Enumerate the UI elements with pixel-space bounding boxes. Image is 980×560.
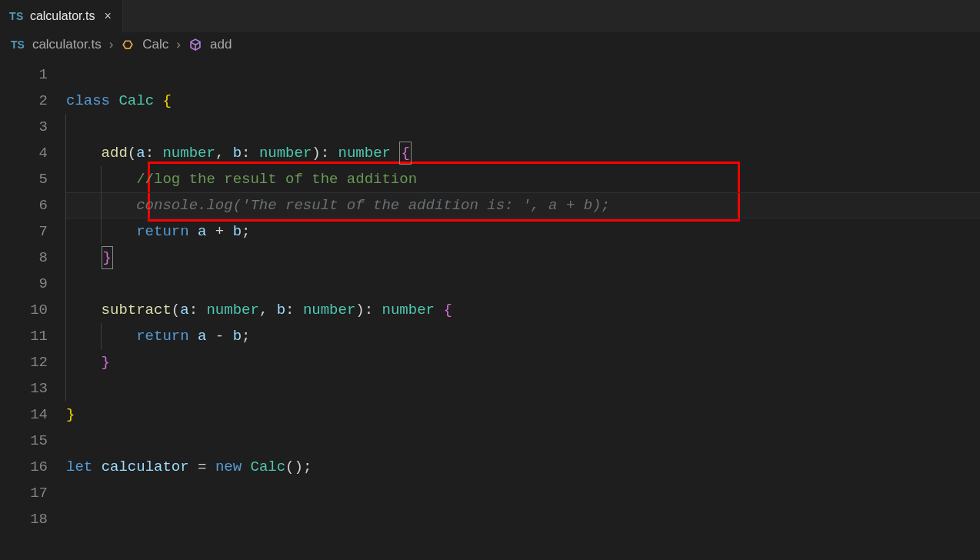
- line-number: 2: [0, 88, 48, 114]
- line-number: 10: [0, 297, 48, 323]
- line-number: 14: [0, 402, 48, 428]
- code-line[interactable]: [66, 428, 980, 454]
- class-icon: [121, 38, 135, 52]
- tab-bar: TS calculator.ts ×: [0, 0, 980, 32]
- code-editor[interactable]: 1 2 3 4 5 6 7 8 9 10 11 12 13 14 15 16 1…: [0, 57, 980, 532]
- code-line[interactable]: console.log('The result of the addition …: [66, 192, 980, 218]
- typescript-icon: TS: [9, 10, 24, 22]
- code-line[interactable]: return a + b;: [66, 218, 980, 245]
- line-number: 1: [0, 62, 48, 88]
- code-area[interactable]: class Calc { add(a: number, b: number): …: [66, 62, 980, 532]
- line-number: 6: [0, 192, 48, 218]
- method-icon: [188, 38, 202, 52]
- line-number: 8: [0, 245, 48, 271]
- code-line[interactable]: }: [66, 349, 980, 375]
- code-line[interactable]: [66, 62, 980, 88]
- breadcrumb-file[interactable]: calculator.ts: [32, 37, 102, 52]
- breadcrumb[interactable]: TS calculator.ts › Calc › add: [0, 32, 980, 57]
- line-number: 15: [0, 428, 48, 454]
- line-number: 5: [0, 166, 48, 192]
- line-number: 3: [0, 114, 48, 140]
- code-line[interactable]: return a - b;: [66, 323, 980, 349]
- line-number: 18: [0, 506, 48, 532]
- line-number: 12: [0, 349, 48, 375]
- line-number-gutter: 1 2 3 4 5 6 7 8 9 10 11 12 13 14 15 16 1…: [0, 62, 66, 532]
- code-line[interactable]: [66, 480, 980, 506]
- code-line[interactable]: }: [66, 245, 980, 271]
- tab-calculator[interactable]: TS calculator.ts ×: [0, 0, 123, 32]
- typescript-icon: TS: [11, 38, 25, 51]
- close-icon[interactable]: ×: [101, 8, 114, 25]
- code-line[interactable]: class Calc {: [66, 88, 980, 114]
- tab-label: calculator.ts: [30, 9, 95, 23]
- inline-suggestion[interactable]: console.log('The result of the addition …: [136, 197, 610, 214]
- code-line[interactable]: add(a: number, b: number): number {: [66, 140, 980, 166]
- line-number: 16: [0, 454, 48, 480]
- code-line[interactable]: [66, 375, 980, 402]
- line-number: 7: [0, 218, 48, 245]
- code-line[interactable]: //log the result of the addition: [66, 166, 980, 192]
- line-number: 17: [0, 480, 48, 506]
- code-line[interactable]: [66, 506, 980, 532]
- line-number: 4: [0, 140, 48, 166]
- code-line[interactable]: [66, 114, 980, 140]
- code-line[interactable]: let calculator = new Calc();: [66, 454, 980, 480]
- chevron-right-icon: ›: [176, 37, 181, 52]
- breadcrumb-class[interactable]: Calc: [142, 37, 168, 52]
- line-number: 13: [0, 375, 48, 402]
- breadcrumb-method[interactable]: add: [210, 37, 232, 52]
- chevron-right-icon: ›: [109, 37, 114, 52]
- code-line[interactable]: subtract(a: number, b: number): number {: [66, 297, 980, 323]
- code-line[interactable]: [66, 271, 980, 297]
- line-number: 11: [0, 323, 48, 349]
- code-line[interactable]: }: [66, 402, 980, 428]
- line-number: 9: [0, 271, 48, 297]
